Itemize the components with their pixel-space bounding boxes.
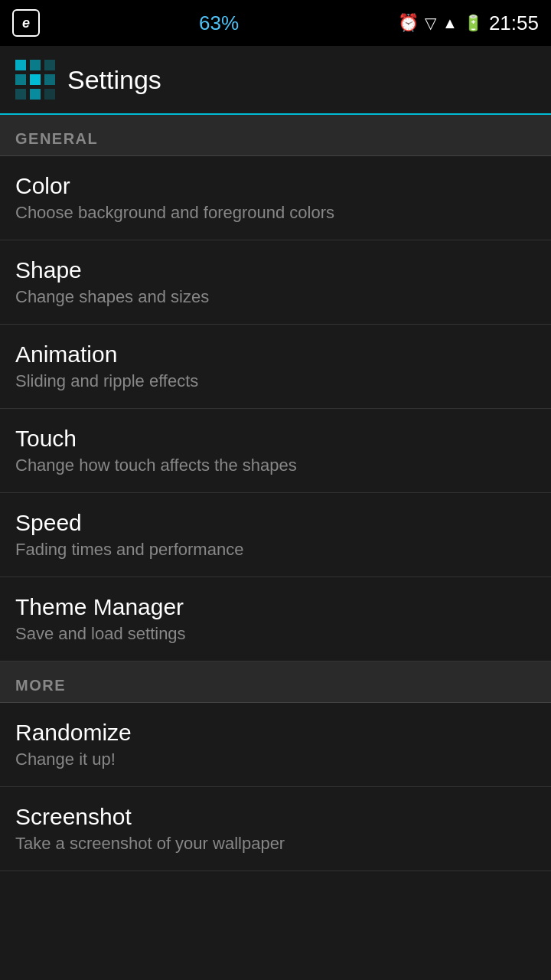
item-subtitle-animation: Sliding and ripple effects xyxy=(15,371,536,391)
app-logo xyxy=(15,60,55,100)
svg-rect-4 xyxy=(30,74,41,85)
settings-item-theme-manager[interactable]: Theme Manager Save and load settings xyxy=(0,577,551,662)
svg-rect-0 xyxy=(15,60,26,70)
item-subtitle-screenshot: Take a screenshot of your wallpaper xyxy=(15,834,536,854)
alarm-icon: ⏰ xyxy=(398,13,419,33)
svg-rect-2 xyxy=(44,60,55,70)
wifi-icon: ▽ xyxy=(425,14,436,32)
section-header-more: MORE xyxy=(0,662,551,702)
settings-item-screenshot[interactable]: Screenshot Take a screenshot of your wal… xyxy=(0,787,551,871)
item-subtitle-speed: Fading times and performance xyxy=(15,540,536,560)
settings-item-speed[interactable]: Speed Fading times and performance xyxy=(0,493,551,577)
svg-rect-8 xyxy=(44,89,55,100)
svg-rect-3 xyxy=(15,74,26,85)
status-time: 21:55 xyxy=(489,11,539,35)
section-label-general: GENERAL xyxy=(15,130,98,147)
item-subtitle-color: Choose background and foreground colors xyxy=(15,203,536,223)
section-header-general: GENERAL xyxy=(0,115,551,155)
settings-item-shape[interactable]: Shape Change shapes and sizes xyxy=(0,240,551,325)
settings-item-randomize[interactable]: Randomize Change it up! xyxy=(0,703,551,787)
app-header: Settings xyxy=(0,46,551,115)
app-title: Settings xyxy=(67,65,161,95)
section-more: MORE Randomize Change it up! Screenshot … xyxy=(0,662,551,871)
item-title-touch: Touch xyxy=(15,426,536,452)
item-title-screenshot: Screenshot xyxy=(15,804,536,830)
item-subtitle-randomize: Change it up! xyxy=(15,750,536,769)
item-title-animation: Animation xyxy=(15,341,536,368)
item-subtitle-theme-manager: Save and load settings xyxy=(15,624,536,644)
settings-item-animation[interactable]: Animation Sliding and ripple effects xyxy=(0,325,551,409)
status-bar: e 63% ⏰ ▽ ▲ 🔋 21:55 xyxy=(0,0,551,46)
item-subtitle-shape: Change shapes and sizes xyxy=(15,287,536,307)
item-title-theme-manager: Theme Manager xyxy=(15,594,536,620)
settings-list-more: Randomize Change it up! Screenshot Take … xyxy=(0,703,551,871)
section-label-more: MORE xyxy=(15,677,66,694)
item-title-speed: Speed xyxy=(15,510,536,536)
section-general: GENERAL Color Choose background and fore… xyxy=(0,115,551,662)
item-subtitle-touch: Change how touch affects the shapes xyxy=(15,456,536,475)
item-title-color: Color xyxy=(15,173,536,199)
svg-rect-7 xyxy=(30,89,41,100)
battery-icon: 🔋 xyxy=(464,14,483,32)
item-title-shape: Shape xyxy=(15,257,536,283)
status-right: ⏰ ▽ ▲ 🔋 21:55 xyxy=(398,11,539,35)
svg-rect-6 xyxy=(15,89,26,100)
settings-item-color[interactable]: Color Choose background and foreground c… xyxy=(0,156,551,240)
settings-item-touch[interactable]: Touch Change how touch affects the shape… xyxy=(0,409,551,493)
status-left: e xyxy=(12,9,40,37)
battery-percentage: 63% xyxy=(199,11,239,35)
svg-rect-5 xyxy=(44,74,55,85)
svg-rect-1 xyxy=(30,60,41,70)
settings-list-general: Color Choose background and foreground c… xyxy=(0,156,551,662)
item-title-randomize: Randomize xyxy=(15,720,536,746)
signal-icon: ▲ xyxy=(442,15,458,32)
e-icon: e xyxy=(12,9,40,37)
